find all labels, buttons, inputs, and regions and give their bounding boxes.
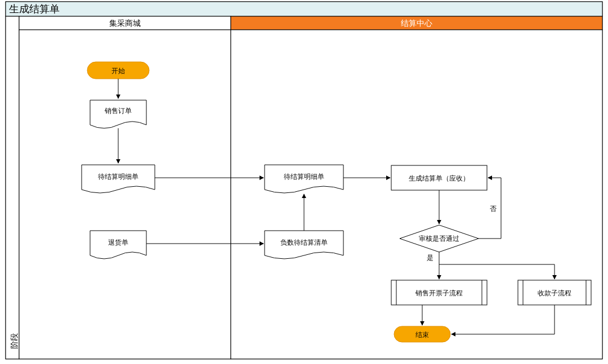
node-return-order-text: 退货单 — [108, 239, 128, 246]
lane-header-right: 结算中心 — [401, 19, 432, 28]
lane-body-right — [231, 30, 602, 359]
node-start: 开始 — [87, 62, 149, 79]
lane-header-left: 集采商城 — [109, 19, 141, 28]
node-receipt-sub: 收款子流程 — [518, 280, 591, 305]
node-negative-pending-text: 负数待结算清单 — [280, 239, 328, 246]
node-end-text: 结束 — [415, 331, 429, 339]
node-pending-detail-left-text: 待结算明细单 — [98, 173, 138, 181]
node-sales-order-text: 销售订单 — [104, 107, 132, 115]
node-start-text: 开始 — [111, 67, 125, 75]
node-gen-settlement-text: 生成结算单（应收） — [409, 174, 470, 182]
node-approve-text: 审核是否通过 — [419, 235, 459, 242]
diagram-title: 生成结算单 — [9, 3, 60, 15]
edge-approve-no-label: 否 — [490, 205, 497, 213]
edge-approve-yes-label: 是 — [427, 254, 433, 262]
diagram-root: 生成结算单 阶段 集采商城 结算中心 开始 销售订单 待结算明细单 退货单 — [0, 0, 608, 364]
lane-body-left — [19, 30, 231, 359]
node-gen-settlement: 生成结算单（应收） — [391, 165, 487, 190]
phase-bar — [6, 16, 19, 359]
node-sales-invoice-sub-text: 销售开票子流程 — [415, 289, 463, 297]
node-pending-detail-right-text: 待结算明细单 — [284, 173, 324, 181]
phase-label: 阶段 — [10, 333, 19, 349]
node-end: 结束 — [394, 326, 450, 342]
node-sales-invoice-sub: 销售开票子流程 — [391, 280, 487, 305]
title-bar — [6, 2, 602, 16]
flowchart-svg: 生成结算单 阶段 集采商城 结算中心 开始 销售订单 待结算明细单 退货单 — [0, 0, 608, 364]
node-receipt-sub-text: 收款子流程 — [538, 289, 571, 297]
